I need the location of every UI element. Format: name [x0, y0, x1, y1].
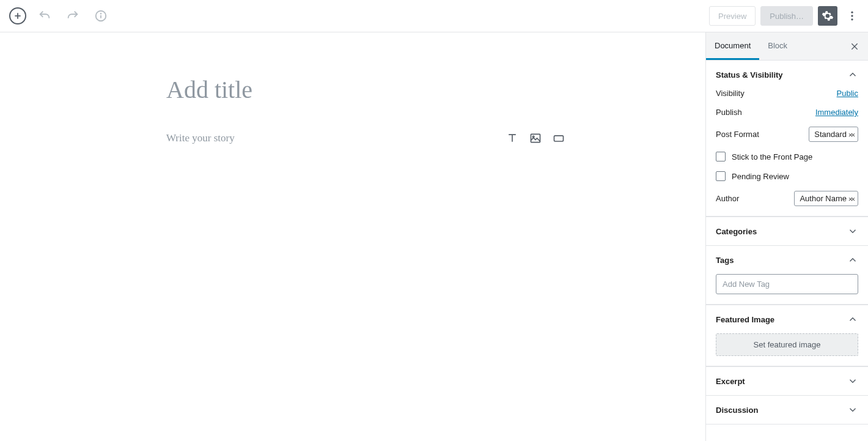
pending-review-checkbox[interactable] — [716, 171, 726, 181]
top-toolbar: Preview Publish… — [0, 0, 868, 32]
stick-front-page-checkbox[interactable] — [716, 152, 726, 161]
svg-point-4 — [101, 13, 101, 14]
publish-button[interactable]: Publish… — [760, 6, 813, 26]
add-tag-input[interactable] — [716, 274, 858, 294]
visibility-value[interactable]: Public — [837, 89, 858, 98]
chevron-up-icon — [847, 314, 858, 325]
tab-block[interactable]: Block — [759, 32, 796, 60]
post-content-input[interactable] — [166, 132, 480, 144]
panel-title: Tags — [716, 256, 734, 265]
post-format-label: Post Format — [716, 130, 759, 139]
chevron-up-icon — [847, 69, 858, 80]
panel-discussion[interactable]: Discussion — [706, 396, 868, 424]
more-menu-button[interactable] — [842, 6, 862, 26]
chevron-down-icon — [847, 404, 858, 415]
panel-excerpt[interactable]: Excerpt — [706, 367, 868, 396]
panel-title: Discussion — [716, 406, 758, 415]
post-format-select[interactable]: Standard — [809, 127, 858, 142]
svg-point-6 — [851, 15, 853, 17]
chevron-down-icon — [847, 376, 858, 387]
text-block-icon[interactable] — [506, 132, 518, 144]
panel-title: Excerpt — [716, 377, 745, 386]
close-sidebar-button[interactable] — [846, 38, 863, 55]
redo-button[interactable] — [63, 6, 83, 26]
undo-button[interactable] — [35, 6, 54, 26]
svg-point-7 — [851, 18, 853, 20]
chevron-down-icon — [847, 226, 858, 237]
info-button[interactable] — [91, 6, 111, 26]
panel-categories[interactable]: Categories — [706, 217, 868, 246]
chevron-up-icon — [847, 254, 858, 265]
panel-title: Categories — [716, 227, 757, 236]
panel-tags[interactable]: Tags — [706, 246, 868, 274]
svg-rect-10 — [554, 136, 564, 141]
post-title-input[interactable] — [166, 75, 539, 104]
image-block-icon[interactable] — [529, 132, 542, 144]
author-label: Author — [716, 194, 739, 203]
stick-front-page-label: Stick to the Front Page — [732, 152, 812, 161]
pending-review-label: Pending Review — [732, 172, 789, 181]
publish-value[interactable]: Immediately — [815, 108, 858, 117]
add-block-button[interactable] — [9, 7, 26, 24]
panel-status-visibility[interactable]: Status & Visibility — [706, 61, 868, 89]
settings-button[interactable] — [818, 6, 837, 26]
panel-title: Status & Visibility — [716, 70, 783, 80]
visibility-label: Visibility — [716, 89, 745, 98]
settings-sidebar: Document Block Status & Visibility Visib… — [705, 32, 868, 441]
video-block-icon[interactable] — [553, 132, 565, 144]
svg-point-5 — [851, 12, 853, 13]
svg-point-9 — [532, 136, 534, 138]
publish-label: Publish — [716, 108, 742, 117]
editor-canvas — [0, 32, 705, 441]
author-select[interactable]: Author Name — [794, 191, 858, 206]
set-featured-image-button[interactable]: Set featured image — [716, 333, 858, 356]
tab-document[interactable]: Document — [706, 32, 759, 60]
panel-featured-image[interactable]: Featured Image — [706, 305, 868, 333]
panel-title: Featured Image — [716, 315, 774, 324]
preview-button[interactable]: Preview — [709, 6, 756, 26]
